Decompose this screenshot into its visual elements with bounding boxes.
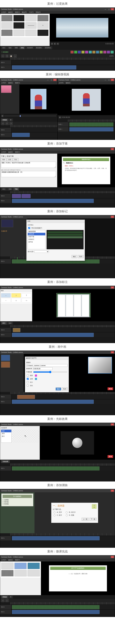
toc-checkbox[interactable] <box>28 227 30 229</box>
caption-clip[interactable] <box>12 194 21 198</box>
preview-canvas[interactable]: 赛迪 <box>40 426 115 460</box>
effect-icon[interactable] <box>103 50 106 54</box>
maximize-button[interactable]: ▢ <box>107 8 111 10</box>
tab-clip[interactable]: 剪辑箱 <box>1 596 8 598</box>
tab-caption[interactable]: 字幕 <box>13 188 19 191</box>
track-label[interactable]: 轨道 1 <box>0 536 11 540</box>
track-label[interactable]: 轨道 2 <box>0 128 11 132</box>
track-lane[interactable] <box>11 194 115 198</box>
clip-thumb[interactable] <box>14 570 27 576</box>
track-lane[interactable] <box>11 605 115 609</box>
preview-canvas[interactable]: 210 一、选择题 以下哪个是... A. 文件 B. 幻灯片 C. 设计 D.… <box>35 492 115 533</box>
tab-cursor[interactable]: 光标效果 <box>25 46 34 49</box>
color-swatch[interactable] <box>35 378 37 380</box>
tab-callout[interactable]: 标注 <box>1 322 7 325</box>
effect-icon[interactable] <box>111 50 114 54</box>
ok-button[interactable]: 确定 <box>72 255 77 258</box>
menu-edit[interactable]: 编辑(E) <box>8 82 13 84</box>
minimize-button[interactable]: — <box>104 79 107 81</box>
prev-question-button[interactable]: 上一题 <box>82 518 89 521</box>
close-button[interactable]: ✕ <box>111 148 114 150</box>
opacity-slider[interactable] <box>33 371 67 373</box>
track-lane[interactable] <box>11 394 115 399</box>
menu-view[interactable]: 视图(V) <box>15 151 20 153</box>
timeline-clip-audio[interactable] <box>12 605 100 609</box>
timeline-clip[interactable] <box>12 133 30 137</box>
add-media-button[interactable]: + 添加媒体 <box>1 51 8 53</box>
track-lane[interactable] <box>11 328 115 332</box>
timeline-clip[interactable] <box>12 333 94 337</box>
timeline-ruler[interactable] <box>10 464 115 466</box>
track-label[interactable]: 轨道 1 <box>0 332 11 337</box>
maximize-button[interactable]: ▢ <box>107 79 111 81</box>
clip-thumb[interactable] <box>28 563 40 569</box>
effect-icon[interactable] <box>85 50 88 54</box>
transition-thumb[interactable] <box>1 22 12 29</box>
timeline-ruler[interactable] <box>10 191 115 194</box>
tab-lib[interactable]: 库 <box>9 118 13 122</box>
track-label[interactable]: 轨道 1 <box>0 399 11 404</box>
preview-canvas[interactable]: 视频基本知识 一、视频的定义 视频（Video） 泛指将一系列的静态影像以电信号… <box>57 154 115 187</box>
pip-window[interactable] <box>88 357 112 374</box>
timeline-clip[interactable] <box>12 400 94 404</box>
play-button[interactable]: ▶ <box>59 116 61 118</box>
seek-bar[interactable] <box>4 116 56 116</box>
cut-button[interactable]: ✂ <box>1 54 4 58</box>
timeline-clip[interactable] <box>12 536 100 540</box>
play-button[interactable]: ▶ <box>1 115 4 117</box>
close-button[interactable]: ✕ <box>111 556 114 558</box>
source-input[interactable] <box>26 364 67 367</box>
transition-thumb[interactable] <box>13 30 25 36</box>
tab-transition[interactable]: 转场 <box>19 46 25 49</box>
menu-view[interactable]: 视图(V) <box>15 559 20 561</box>
cut-button[interactable]: ✂ <box>1 122 4 125</box>
cut-button[interactable]: ✂ <box>1 599 4 602</box>
track-label[interactable]: 轨道 1 <box>0 610 11 614</box>
timeline-clip[interactable] <box>12 466 100 470</box>
track-lane[interactable] <box>11 60 115 65</box>
timeline-ruler[interactable] <box>10 58 115 60</box>
track-lane[interactable] <box>11 128 57 132</box>
menu-file[interactable]: 文件(F) <box>1 151 6 153</box>
tab-callout[interactable]: 标注 <box>1 46 7 49</box>
track-label[interactable]: 轨道 1 <box>58 127 69 132</box>
transition-thumb[interactable] <box>37 22 49 29</box>
list-item[interactable]: 编辑微视频 <box>28 230 45 233</box>
menu-tools[interactable]: 工具(T) <box>29 11 34 13</box>
tab-audio[interactable]: 音频 <box>7 188 13 191</box>
next-question-button[interactable]: 下一题 <box>90 518 97 521</box>
track-label[interactable]: 轨道 2 <box>58 122 69 127</box>
menu-file[interactable]: 文件(F) <box>1 11 6 13</box>
play-button[interactable]: ▶ <box>54 42 56 45</box>
list-item[interactable]: 画中画 <box>28 241 45 243</box>
cursor-options[interactable]: 光标 高亮 放大 <box>1 430 11 443</box>
track-label[interactable]: 轨道 2 <box>0 394 11 399</box>
track-label[interactable]: 轨道 1 <box>0 198 11 203</box>
tab-cursor[interactable]: 光标效果 <box>1 460 10 463</box>
effect-icon[interactable] <box>92 50 96 54</box>
shape-rect[interactable]: □ <box>11 293 21 298</box>
track-label[interactable]: 轨道 2 <box>0 605 11 609</box>
fadeout-checkbox[interactable] <box>27 384 29 386</box>
track-lane[interactable] <box>11 610 115 614</box>
track-lane[interactable] <box>11 466 115 471</box>
effect-icon[interactable] <box>100 50 103 54</box>
track-lane[interactable] <box>69 122 115 127</box>
track-label[interactable]: 轨道 1 <box>0 132 11 137</box>
track-label[interactable]: 轨道 2 <box>0 328 11 332</box>
shadow-checkbox[interactable] <box>27 374 29 376</box>
minimize-button[interactable]: — <box>104 8 107 10</box>
menu-edit[interactable]: 编辑(E) <box>8 559 13 561</box>
split-button[interactable]: ⫝ <box>5 599 9 602</box>
tab-callout[interactable]: 标注 <box>1 188 7 191</box>
callout-clip[interactable] <box>13 328 20 332</box>
list-item[interactable]: 添加标记 <box>28 238 45 241</box>
effect-icon[interactable] <box>78 50 81 54</box>
clip-thumb[interactable] <box>1 570 13 576</box>
track-label[interactable]: 轨道 2 <box>0 194 11 198</box>
shape-box[interactable]: ▭ <box>22 298 31 302</box>
track-lane[interactable] <box>11 198 115 203</box>
timeline-clip[interactable] <box>12 610 100 614</box>
undo-button[interactable]: ↶ <box>5 122 9 125</box>
caption-text-input[interactable]: 视频（Video）电信号方式加以捕 记录处理 <box>1 162 56 168</box>
